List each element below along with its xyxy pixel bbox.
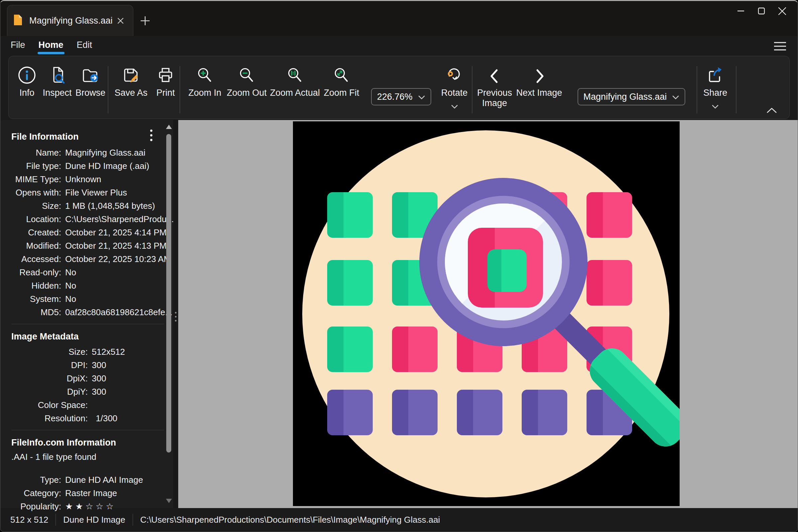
chevron-right-icon bbox=[532, 65, 547, 85]
info-row: Type:Dune HD AAI Image bbox=[11, 473, 173, 487]
tab-title: Magnifying Glass.aai bbox=[29, 16, 114, 26]
chevron-left-icon bbox=[488, 65, 502, 85]
zoom-out-icon bbox=[238, 65, 256, 85]
zoom-level-value: 226.76% bbox=[377, 92, 413, 102]
status-divider bbox=[56, 514, 56, 526]
info-row: Resolution:1/300 bbox=[11, 412, 173, 425]
info-row: Popularity:★ ★ ☆ ☆ ☆ bbox=[11, 500, 173, 513]
menu-file[interactable]: File bbox=[11, 40, 25, 50]
magnifying-glass-artwork bbox=[293, 121, 680, 506]
scroll-down-arrow-icon[interactable] bbox=[166, 499, 172, 503]
info-row: File type:Dune HD Image (.aai) bbox=[11, 159, 173, 173]
info-row: DpiY:300 bbox=[11, 385, 173, 398]
chevron-down-icon bbox=[672, 92, 679, 102]
previous-image-button[interactable]: Previous Image bbox=[475, 65, 514, 108]
menu-home[interactable]: Home bbox=[39, 40, 63, 50]
sidebar-scrollbar[interactable] bbox=[166, 125, 172, 504]
hamburger-menu-icon[interactable] bbox=[772, 40, 788, 53]
browse-button[interactable]: Browse bbox=[73, 65, 108, 98]
zoom-fit-button[interactable]: Zoom Fit bbox=[321, 65, 362, 98]
status-file-type: Dune HD Image bbox=[63, 515, 125, 525]
close-button[interactable] bbox=[772, 2, 792, 20]
document-tab[interactable]: Magnifying Glass.aai bbox=[7, 5, 133, 36]
info-button[interactable]: Info bbox=[13, 65, 41, 98]
info-row: Created:October 21, 2025 4:14 PM bbox=[11, 226, 173, 239]
next-image-button[interactable]: Next Image bbox=[514, 65, 564, 98]
minimize-button[interactable] bbox=[730, 2, 751, 20]
file-document-icon bbox=[13, 14, 23, 27]
info-row: DPI:300 bbox=[11, 358, 173, 372]
zoom-actual-button[interactable]: Zoom Actual bbox=[269, 65, 321, 98]
image-metadata-rows: Size:512x512 DPI:300 DpiX:300 DpiY:300 C… bbox=[11, 345, 173, 425]
sidebar-divider bbox=[11, 324, 164, 324]
info-row: Read-only:No bbox=[11, 266, 173, 279]
info-row: Opens with:File Viewer Plus bbox=[11, 186, 173, 199]
info-row: DpiX:300 bbox=[11, 372, 173, 385]
tab-close-icon[interactable] bbox=[114, 14, 127, 27]
menubar: File Home Edit bbox=[0, 36, 798, 54]
chevron-down-icon bbox=[418, 92, 425, 102]
share-icon bbox=[706, 65, 725, 85]
info-row: MD5:0af28c80a68198621c8efe... bbox=[11, 306, 173, 319]
rotate-icon bbox=[445, 65, 464, 85]
scrollbar-thumb[interactable] bbox=[166, 134, 171, 453]
new-tab-button[interactable] bbox=[137, 13, 153, 28]
app-window: Magnifying Glass.aai File Home Edit bbox=[0, 0, 798, 532]
info-row: Category:Raster Image bbox=[11, 487, 173, 500]
content-area: File Information Name:Magnifying Glass.a… bbox=[0, 120, 798, 508]
fileinfo-rows: Type:Dune HD AAI Image Category:Raster I… bbox=[11, 473, 173, 513]
save-as-button[interactable]: Save As bbox=[110, 65, 152, 98]
window-controls bbox=[730, 2, 792, 20]
image-viewer bbox=[178, 120, 798, 508]
info-row: Size:512x512 bbox=[11, 345, 173, 358]
section-title-fileinfo: FileInfo.com Information bbox=[11, 435, 173, 450]
share-button[interactable]: Share bbox=[699, 65, 731, 111]
section-title-image-metadata: Image Metadata bbox=[11, 329, 173, 344]
save-as-icon bbox=[121, 65, 141, 85]
image-file-value: Magnifying Glass.aai bbox=[584, 92, 667, 102]
sidebar-divider bbox=[11, 430, 164, 430]
zoom-out-button[interactable]: Zoom Out bbox=[225, 65, 269, 98]
drag-dots-icon bbox=[175, 312, 176, 324]
info-row: Modified:October 21, 2025 4:13 PM bbox=[11, 239, 173, 252]
ribbon-divider bbox=[108, 66, 108, 113]
collapse-ribbon-icon[interactable] bbox=[764, 106, 779, 115]
ribbon-divider bbox=[179, 66, 180, 113]
info-row: MIME Type:Unknown bbox=[11, 173, 173, 186]
kebab-menu-icon[interactable] bbox=[145, 127, 157, 143]
browse-icon bbox=[81, 65, 100, 85]
ribbon-divider bbox=[472, 66, 473, 113]
ribbon-divider bbox=[697, 66, 697, 113]
file-information-rows: Name:Magnifying Glass.aai File type:Dune… bbox=[11, 146, 173, 319]
maximize-button[interactable] bbox=[751, 2, 772, 20]
ribbon-divider bbox=[736, 66, 737, 113]
inspect-icon bbox=[48, 65, 67, 85]
status-file-path: C:\Users\SharpenedProductions\Documents\… bbox=[140, 515, 440, 525]
image-file-dropdown[interactable]: Magnifying Glass.aai bbox=[577, 88, 686, 106]
fileinfo-subtitle: .AAI - 1 file type found bbox=[11, 450, 173, 464]
print-icon bbox=[156, 65, 175, 85]
scroll-up-arrow-icon[interactable] bbox=[166, 125, 172, 129]
info-row: Name:Magnifying Glass.aai bbox=[11, 146, 173, 159]
info-row: Location:C:\Users\SharpenedProdu... bbox=[11, 212, 173, 226]
status-dimensions: 512 x 512 bbox=[10, 515, 48, 525]
menu-edit[interactable]: Edit bbox=[77, 40, 92, 50]
panel-resize-handle[interactable] bbox=[173, 120, 178, 508]
zoom-in-icon bbox=[195, 65, 214, 85]
file-info-sidebar: File Information Name:Magnifying Glass.a… bbox=[0, 120, 173, 508]
popularity-stars: ★ ★ ☆ ☆ ☆ bbox=[65, 501, 113, 512]
zoom-in-button[interactable]: Zoom In bbox=[185, 65, 225, 98]
info-row: Size:1 MB (1,048,584 bytes) bbox=[11, 199, 173, 212]
chevron-down-icon bbox=[451, 101, 458, 111]
zoom-level-dropdown[interactable]: 226.76% bbox=[371, 88, 431, 106]
info-row: Hidden:No bbox=[11, 279, 173, 292]
inspect-button[interactable]: Inspect bbox=[41, 65, 73, 98]
zoom-actual-icon bbox=[286, 65, 304, 85]
info-row: Color Space: bbox=[11, 398, 173, 412]
titlebar: Magnifying Glass.aai bbox=[0, 1, 798, 36]
info-row: System:No bbox=[11, 292, 173, 306]
zoom-fit-icon bbox=[332, 65, 351, 85]
image-canvas bbox=[293, 121, 680, 506]
rotate-button[interactable]: Rotate bbox=[437, 65, 472, 111]
print-button[interactable]: Print bbox=[152, 65, 179, 98]
